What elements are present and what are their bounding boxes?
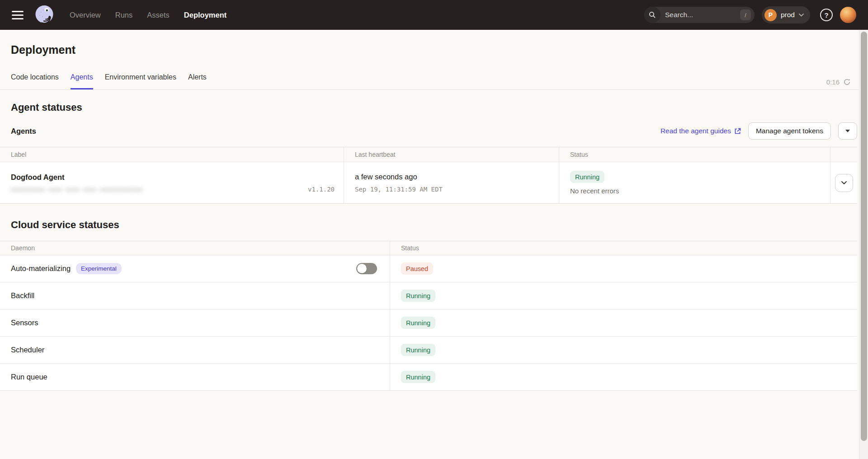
agent-row-expand-button[interactable]	[835, 174, 853, 192]
help-icon[interactable]: ?	[820, 9, 833, 21]
col-actions	[830, 147, 857, 162]
agent-statuses-heading: Agent statuses	[0, 90, 868, 113]
auto-materializing-toggle[interactable]	[356, 263, 377, 274]
refresh-icon[interactable]	[843, 78, 851, 86]
caret-down-icon	[845, 130, 850, 132]
agent-errors-note: No recent errors	[570, 187, 619, 195]
daemon-name: Auto-materializing	[11, 264, 71, 273]
menu-icon[interactable]	[12, 11, 24, 19]
cloud-table-header: Daemon Status	[0, 241, 857, 255]
agents-subheading: Agents	[11, 127, 36, 136]
heartbeat-relative: a few seconds ago	[355, 173, 417, 181]
agent-status-badge: Running	[570, 171, 604, 183]
search-placeholder: Search...	[665, 11, 693, 19]
tabs-row: Code locations Agents Environment variab…	[0, 68, 868, 90]
user-avatar[interactable]	[840, 7, 856, 23]
agents-more-actions-button[interactable]	[838, 122, 857, 140]
col-status: Status	[559, 147, 830, 162]
agents-table-header: Label Last heartbeat Status	[0, 147, 857, 162]
daemon-name: Backfill	[11, 291, 34, 300]
daemon-status-badge: Running	[401, 290, 435, 302]
daemon-row-sensors: Sensors Running	[0, 309, 857, 336]
deployment-avatar: P	[764, 9, 777, 21]
agent-id-redacted: xxxxxxxx-xxx-xxx-xxx-xxxxxxxxxx	[11, 186, 143, 193]
page-title: Deployment	[11, 43, 857, 56]
col-label: Label	[0, 147, 344, 162]
nav-overview[interactable]: Overview	[70, 11, 101, 19]
cloud-services-table: Daemon Status Auto-materializing Experim…	[0, 241, 857, 391]
daemon-name: Scheduler	[11, 346, 44, 354]
col-daemon: Daemon	[0, 241, 390, 255]
search-shortcut-key: /	[740, 9, 751, 20]
nav-assets[interactable]: Assets	[147, 11, 170, 19]
search-icon	[644, 7, 660, 23]
deployment-switcher-label: prod	[781, 11, 795, 19]
external-link-icon	[734, 128, 741, 135]
agent-version: v1.1.20	[308, 186, 335, 193]
agent-name[interactable]: Dogfood Agent	[11, 173, 336, 182]
tab-environment-variables[interactable]: Environment variables	[105, 68, 176, 89]
cloud-service-statuses-heading: Cloud service statuses	[0, 204, 868, 231]
chevron-down-icon	[799, 14, 804, 17]
daemon-name: Sensors	[11, 318, 38, 327]
refresh-timer: 0:16	[826, 78, 840, 86]
deployment-switcher[interactable]: P prod	[762, 6, 810, 23]
col-last-heartbeat: Last heartbeat	[344, 147, 559, 162]
nav-runs[interactable]: Runs	[115, 11, 133, 19]
primary-nav: Overview Runs Assets Deployment	[70, 11, 226, 19]
daemon-status-badge: Paused	[401, 262, 433, 275]
daemon-row-backfill: Backfill Running	[0, 282, 857, 309]
dagster-logo-icon[interactable]	[33, 4, 55, 26]
daemon-name: Run queue	[11, 373, 47, 381]
top-nav: Overview Runs Assets Deployment Search..…	[0, 0, 868, 30]
nav-deployment[interactable]: Deployment	[184, 11, 226, 19]
agents-table: Label Last heartbeat Status Dogfood Agen…	[0, 147, 857, 204]
page-header: Deployment	[0, 30, 868, 56]
daemon-status-badge: Running	[401, 317, 435, 329]
search-input[interactable]: Search... /	[644, 7, 755, 23]
agents-toolbar: Agents Read the agent guides Manage agen…	[0, 113, 868, 147]
chevron-down-icon	[841, 181, 847, 184]
scrollbar-thumb[interactable]	[861, 32, 867, 441]
daemon-status-badge: Running	[401, 371, 435, 383]
vertical-scrollbar[interactable]	[859, 30, 868, 459]
tab-alerts[interactable]: Alerts	[188, 68, 207, 89]
agent-guides-link[interactable]: Read the agent guides	[660, 127, 741, 135]
daemon-row-scheduler: Scheduler Running	[0, 336, 857, 363]
experimental-badge: Experimental	[76, 263, 122, 274]
daemon-row-run-queue: Run queue Running	[0, 363, 857, 390]
agent-table-row: Dogfood Agent xxxxxxxx-xxx-xxx-xxx-xxxxx…	[0, 162, 857, 203]
daemon-status-badge: Running	[401, 344, 435, 356]
tab-agents[interactable]: Agents	[71, 68, 93, 89]
manage-agent-tokens-button[interactable]: Manage agent tokens	[748, 122, 831, 140]
col-daemon-status: Status	[390, 241, 857, 255]
heartbeat-timestamp: Sep 19, 11:31:59 AM EDT	[355, 186, 443, 193]
agent-guides-link-label: Read the agent guides	[660, 127, 731, 135]
daemon-row-auto-materializing: Auto-materializing Experimental Paused	[0, 255, 857, 282]
tab-code-locations[interactable]: Code locations	[11, 68, 59, 89]
